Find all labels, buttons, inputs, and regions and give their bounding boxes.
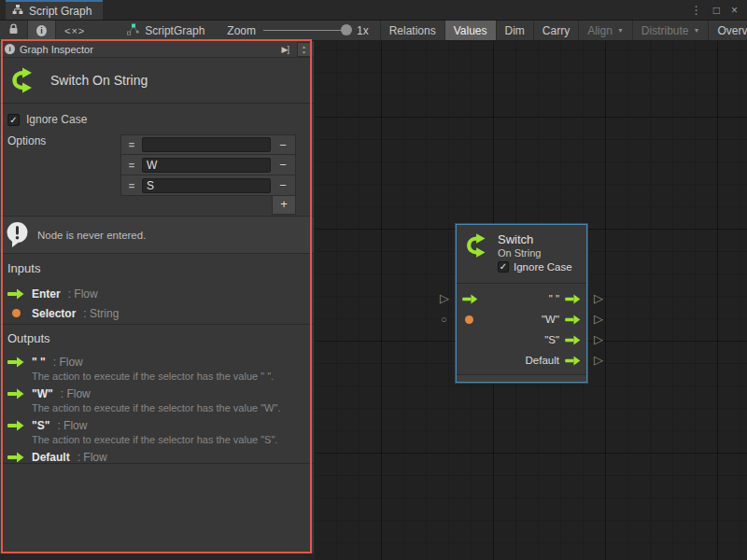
carry-button[interactable]: Carry: [534, 21, 579, 40]
output-port-label: "S": [544, 334, 559, 345]
output-port-label: Default: [526, 355, 559, 366]
drag-handle-icon[interactable]: =: [121, 180, 142, 191]
switch-node[interactable]: Switch On String ✓ Ignore Case: [456, 224, 587, 383]
warning-banner: Node is never entered.: [0, 217, 314, 254]
remove-option-button[interactable]: −: [271, 138, 295, 152]
graph-breadcrumb[interactable]: ScriptGraph: [118, 21, 214, 40]
script-graph-icon: [127, 23, 139, 38]
port-description: The action to execute if the selector ha…: [32, 434, 306, 445]
port-description: The action to execute if the selector ha…: [32, 371, 306, 382]
dock-icon[interactable]: ▶]: [278, 45, 292, 54]
ignore-case-label: Ignore Case: [514, 261, 572, 273]
external-flow-port-icon[interactable]: ▷: [594, 333, 603, 345]
enter-port-icon[interactable]: [462, 294, 478, 304]
tab-script-graph[interactable]: Script Graph: [6, 0, 103, 20]
port-type: : String: [83, 307, 119, 320]
switch-node-icon: [464, 231, 492, 259]
spin-down-icon[interactable]: ▼: [302, 49, 306, 55]
flow-arrow-icon: [7, 452, 24, 463]
ignore-case-checkbox[interactable]: ✓: [7, 114, 20, 126]
ignore-case-label: Ignore Case: [26, 113, 87, 126]
input-port-row: Enter : Flow: [7, 284, 306, 303]
info-icon: i: [36, 25, 47, 36]
flow-arrow-icon: [7, 388, 24, 399]
option-row: = −: [120, 134, 296, 155]
switch-node-body: " " "W": [457, 284, 586, 374]
port-type: : Flow: [78, 451, 107, 464]
external-flow-port-icon[interactable]: ▷: [440, 292, 449, 304]
close-icon[interactable]: ×: [731, 4, 738, 17]
overview-button[interactable]: Overview: [709, 21, 747, 40]
input-port-row: Selector : String: [7, 303, 306, 323]
graph-name-label: ScriptGraph: [145, 24, 204, 37]
node-title: Switch: [498, 232, 572, 246]
option-input[interactable]: [142, 137, 271, 152]
graph-canvas[interactable]: Switch On String ✓ Ignore Case: [315, 41, 747, 560]
zoom-slider[interactable]: [263, 30, 349, 31]
drag-handle-icon[interactable]: =: [121, 139, 142, 150]
node-subtitle: On String: [498, 247, 572, 259]
graph-inspector-header: i Graph Inspector ▶] ▲ ▼: [0, 41, 314, 58]
lock-button[interactable]: [0, 21, 28, 40]
node-settings: ✓ Ignore Case Options = − = W: [0, 104, 314, 217]
port-name: Enter: [32, 287, 61, 301]
port-name: Default: [32, 451, 70, 464]
external-flow-port-icon[interactable]: ▷: [594, 313, 603, 325]
add-option-button[interactable]: +: [272, 196, 296, 215]
flow-out-icon[interactable]: [565, 335, 581, 345]
switch-node-wrap: Switch On String ✓ Ignore Case: [456, 224, 587, 383]
window-menu-icon[interactable]: ⋮: [691, 4, 702, 17]
inspector-toggle-button[interactable]: i: [28, 21, 56, 40]
switch-node-header[interactable]: Switch On String ✓ Ignore Case: [457, 225, 586, 283]
zoom-control: Zoom 1x: [214, 21, 377, 40]
chevron-down-icon: ▼: [694, 27, 700, 34]
port-type: : Flow: [57, 419, 87, 432]
maximize-icon[interactable]: □: [713, 4, 720, 17]
remove-option-button[interactable]: −: [271, 178, 295, 192]
ignore-case-checkbox[interactable]: ✓: [498, 261, 509, 273]
flow-out-icon[interactable]: [565, 356, 581, 366]
flow-out-icon[interactable]: [565, 315, 581, 325]
warning-bubble-icon: [5, 221, 30, 248]
hierarchy-icon: [12, 4, 23, 18]
values-button[interactable]: Values: [445, 21, 497, 40]
external-flow-port-icon[interactable]: ▷: [594, 354, 603, 366]
port-type: : Flow: [53, 356, 83, 369]
zoom-value: 1x: [357, 24, 369, 37]
outputs-heading: Outputs: [7, 331, 306, 345]
zoom-label: Zoom: [227, 24, 256, 37]
output-port-label: "W": [542, 314, 559, 325]
node-title-block: Switch On String: [0, 58, 314, 104]
option-input[interactable]: W: [142, 158, 271, 173]
code-view-button[interactable]: <×>: [56, 21, 93, 40]
drag-handle-icon[interactable]: =: [121, 160, 142, 171]
flow-out-icon[interactable]: [565, 294, 581, 304]
remove-option-button[interactable]: −: [271, 158, 295, 172]
selector-port-icon[interactable]: [465, 315, 473, 324]
option-input[interactable]: S: [142, 178, 271, 193]
option-row: = S −: [120, 175, 296, 196]
flow-arrow-icon: [7, 357, 24, 368]
output-port-label: " ": [549, 293, 559, 304]
output-port-row: "S" : Flow: [7, 417, 306, 433]
dim-button[interactable]: Dim: [497, 21, 534, 40]
align-button: Align ▼: [579, 21, 633, 40]
port-name: " ": [32, 356, 46, 369]
relations-button[interactable]: Relations: [381, 21, 445, 40]
warning-text: Node is never entered.: [37, 230, 146, 241]
zoom-slider-handle[interactable]: [341, 24, 352, 35]
panel-spinner[interactable]: ▲ ▼: [297, 42, 311, 57]
external-value-port-icon[interactable]: ○: [441, 314, 447, 326]
options-label: Options: [7, 134, 46, 147]
port-name: Selector: [32, 307, 76, 320]
switch-node-icon: [9, 65, 39, 95]
distribute-button: Distribute ▼: [633, 21, 710, 40]
value-dot-icon: [12, 309, 21, 317]
external-flow-port-icon[interactable]: ▷: [594, 292, 603, 304]
output-port-row: " " : Flow: [7, 354, 306, 370]
code-icon: <×>: [64, 25, 85, 36]
graph-inspector-title: Graph Inspector: [20, 44, 93, 55]
port-type: : Flow: [61, 387, 91, 400]
info-icon: i: [5, 44, 15, 54]
flow-arrow-icon: [7, 288, 24, 300]
